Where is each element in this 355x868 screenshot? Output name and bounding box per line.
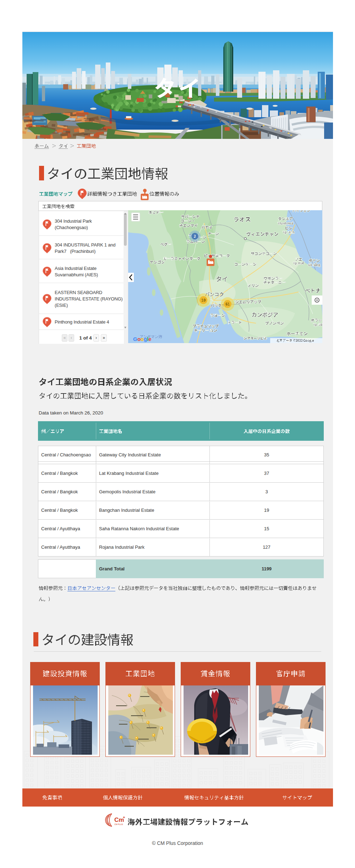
svg-text:o: o bbox=[137, 336, 141, 342]
svg-text:e: e bbox=[148, 336, 151, 342]
svg-text:G: G bbox=[133, 336, 137, 342]
svg-text:o: o bbox=[141, 336, 144, 342]
svg-text:g: g bbox=[144, 336, 147, 342]
svg-text:+: + bbox=[123, 815, 125, 819]
svg-text:CM PLUS: CM PLUS bbox=[114, 823, 123, 825]
